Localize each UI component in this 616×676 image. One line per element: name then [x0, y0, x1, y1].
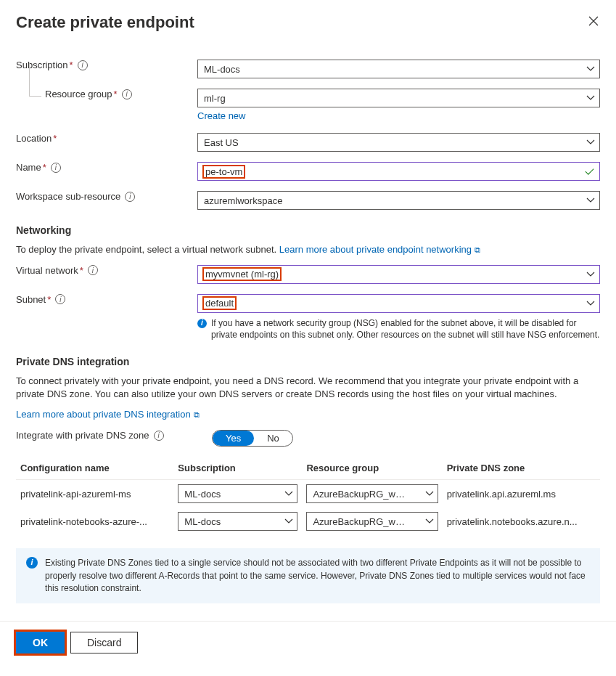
- info-icon[interactable]: i: [122, 89, 132, 99]
- subscription-select[interactable]: ML-docs: [197, 60, 600, 78]
- required-icon: *: [43, 162, 46, 173]
- info-icon[interactable]: i: [55, 294, 65, 304]
- config-name-cell: privatelink-notebooks-azure-...: [16, 508, 173, 535]
- name-input[interactable]: pe-to-vm: [197, 162, 600, 181]
- subnet-label: Subnet: [16, 294, 46, 305]
- required-icon: *: [70, 60, 73, 70]
- info-icon: i: [197, 319, 207, 328]
- page-title: Create private endpoint: [16, 13, 194, 32]
- sub-resource-value: azuremlworkspace: [204, 195, 282, 206]
- dns-desc: To connect privately with your private e…: [16, 375, 600, 400]
- resource-group-value: ml-rg: [204, 93, 226, 104]
- name-value: pe-to-vm: [202, 165, 245, 179]
- location-value: East US: [204, 137, 239, 148]
- external-link-icon: ⧉: [194, 410, 200, 419]
- row-subscription-value: ML-docs: [184, 489, 221, 500]
- row-subscription-select[interactable]: ML-docs: [178, 512, 297, 531]
- subnet-select[interactable]: default: [197, 294, 600, 313]
- chevron-down-icon: [586, 95, 595, 101]
- location-select[interactable]: East US: [197, 133, 600, 152]
- nsg-note-text: If you have a network security group (NS…: [211, 317, 600, 342]
- required-icon: *: [53, 133, 57, 144]
- chevron-down-icon: [586, 272, 595, 277]
- row-subscription-select[interactable]: ML-docs: [178, 484, 297, 503]
- vnet-value: myvmvnet (ml-rg): [202, 267, 282, 281]
- vnet-select[interactable]: myvmvnet (ml-rg): [197, 265, 600, 284]
- resource-group-label: Resource group: [45, 89, 112, 99]
- dns-alert: i Existing Private DNS Zones tied to a s…: [16, 548, 600, 603]
- toggle-yes[interactable]: Yes: [213, 431, 254, 446]
- chevron-down-icon: [284, 491, 293, 497]
- row-rg-value: AzureBackupRG_westus_1: [313, 489, 407, 500]
- chevron-down-icon: [586, 197, 595, 203]
- row-rg-select[interactable]: AzureBackupRG_westus_1: [306, 512, 438, 531]
- chevron-down-icon: [425, 518, 434, 524]
- required-icon: *: [47, 294, 51, 305]
- external-link-icon: ⧉: [475, 245, 480, 254]
- networking-learn-more-link[interactable]: Learn more about private endpoint networ…: [279, 244, 480, 255]
- col-rg-header: Resource group: [302, 457, 442, 480]
- sub-resource-select[interactable]: azuremlworkspace: [197, 191, 600, 210]
- location-label: Location: [16, 133, 52, 144]
- zone-cell: privatelink.notebooks.azure.n...: [443, 508, 600, 535]
- col-subscription-header: Subscription: [173, 457, 302, 480]
- chevron-down-icon: [586, 301, 595, 306]
- subscription-label: Subscription: [16, 60, 68, 70]
- chevron-down-icon: [586, 66, 595, 72]
- ok-button[interactable]: OK: [16, 632, 65, 653]
- row-rg-value: AzureBackupRG_westus_1: [313, 516, 407, 527]
- name-label: Name: [16, 162, 41, 173]
- zone-cell: privatelink.api.azureml.ms: [443, 480, 600, 508]
- table-row: privatelink-api-azureml-ms ML-docs Azure…: [16, 480, 600, 508]
- col-config-header: Configuration name: [16, 457, 173, 480]
- close-icon[interactable]: [586, 13, 600, 31]
- required-icon: *: [80, 265, 83, 276]
- info-icon[interactable]: i: [78, 60, 88, 70]
- integrate-dns-toggle[interactable]: Yes No: [212, 430, 293, 447]
- integrate-dns-label: Integrate with private DNS zone: [16, 430, 149, 441]
- info-icon[interactable]: i: [125, 192, 135, 202]
- dns-alert-text: Existing Private DNS Zones tied to a sin…: [45, 557, 590, 595]
- nsg-note: i If you have a network security group (…: [197, 317, 600, 342]
- chevron-down-icon: [586, 139, 595, 145]
- dns-heading: Private DNS integration: [16, 356, 600, 367]
- col-zone-header: Private DNS zone: [443, 457, 600, 480]
- subnet-value: default: [202, 296, 237, 310]
- row-rg-select[interactable]: AzureBackupRG_westus_1: [306, 484, 438, 503]
- info-icon[interactable]: i: [88, 265, 98, 275]
- sub-resource-label: Workspace sub-resource: [16, 191, 120, 202]
- dns-config-table: Configuration name Subscription Resource…: [16, 457, 600, 535]
- info-icon: i: [26, 557, 38, 569]
- resource-group-select[interactable]: ml-rg: [197, 89, 600, 107]
- dns-learn-more-link[interactable]: Learn more about private DNS integration…: [16, 409, 200, 420]
- table-row: privatelink-notebooks-azure-... ML-docs …: [16, 508, 600, 535]
- subscription-value: ML-docs: [204, 64, 240, 75]
- networking-desc: To deploy the private endpoint, select a…: [16, 244, 279, 255]
- config-name-cell: privatelink-api-azureml-ms: [16, 480, 173, 508]
- discard-button[interactable]: Discard: [70, 632, 138, 653]
- networking-heading: Networking: [16, 224, 600, 236]
- chevron-down-icon: [425, 491, 434, 497]
- required-icon: *: [114, 89, 118, 99]
- chevron-down-icon: [284, 518, 293, 524]
- toggle-no[interactable]: No: [254, 431, 292, 446]
- info-icon[interactable]: i: [154, 431, 164, 441]
- vnet-label: Virtual network: [16, 265, 78, 276]
- row-subscription-value: ML-docs: [184, 516, 221, 527]
- info-icon[interactable]: i: [51, 163, 61, 173]
- create-new-link[interactable]: Create new: [197, 110, 245, 121]
